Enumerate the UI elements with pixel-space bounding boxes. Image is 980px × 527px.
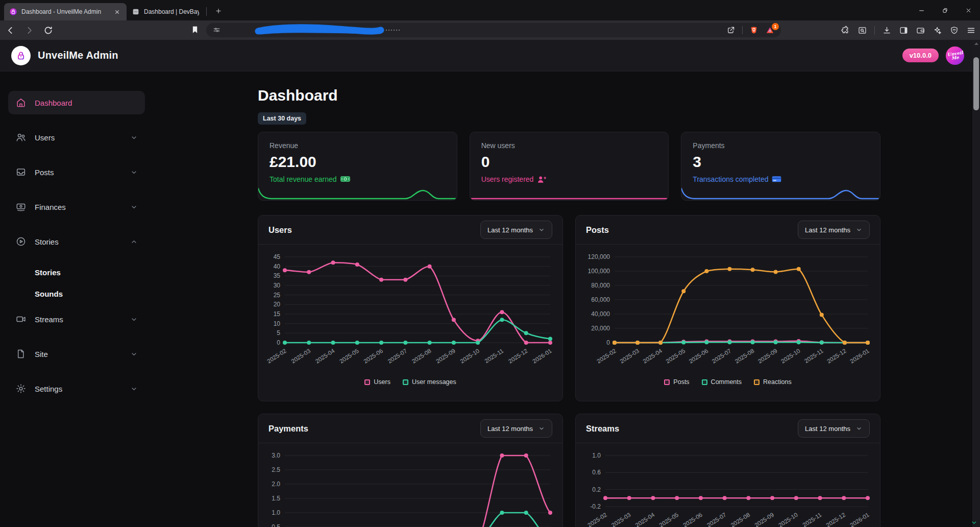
address-bar[interactable]: 1 <box>206 23 781 37</box>
svg-text:2025-10: 2025-10 <box>780 348 801 365</box>
unveilme-lock-favicon-icon <box>9 8 17 16</box>
svg-text:25: 25 <box>274 292 281 299</box>
date-range-badge: Last 30 days <box>258 112 306 125</box>
chart-card-posts: Posts Last 12 months 020,00040,00060,000… <box>575 215 880 401</box>
stat-caption: Transactions completed <box>693 175 869 183</box>
chart-canvas-payments: 0.00.51.01.52.02.53.02025-022025-032025-… <box>263 448 558 527</box>
period-select-label: Last 12 months <box>487 226 533 234</box>
avatar[interactable]: Unveil Me <box>946 46 964 65</box>
svg-text:3.0: 3.0 <box>272 452 280 459</box>
legend-item-posts[interactable]: Posts <box>664 378 689 386</box>
main-content: Dashboard Last 30 days Revenue £21.00 To… <box>258 71 880 527</box>
sidebar-item-users[interactable]: Users <box>8 126 145 149</box>
vpn-shield-icon[interactable] <box>949 26 959 35</box>
tab-close-icon[interactable] <box>112 7 121 16</box>
forward-button[interactable] <box>24 25 35 36</box>
chevron-down-icon <box>130 203 138 211</box>
wallet-icon[interactable] <box>916 26 925 35</box>
browser-tab-unveilme[interactable]: Dashboard - UnveilMe Admin <box>4 3 127 20</box>
stories-icon <box>15 236 27 247</box>
svg-text:2025-11: 2025-11 <box>801 512 822 527</box>
svg-text:2025-03: 2025-03 <box>610 512 632 527</box>
legend-item-users[interactable]: Users <box>364 378 390 386</box>
brave-shields-icon[interactable] <box>749 26 758 35</box>
share-icon[interactable] <box>726 26 736 35</box>
sidebar-item-stories[interactable]: Stories <box>8 230 145 253</box>
svg-text:2025-09: 2025-09 <box>757 348 778 365</box>
brave-rewards-icon[interactable]: 1 <box>765 26 775 35</box>
svg-text:2025-02: 2025-02 <box>266 348 287 365</box>
new-tab-button[interactable] <box>212 4 225 17</box>
window-close-button[interactable] <box>957 0 980 20</box>
search-tabs-icon[interactable] <box>857 26 867 35</box>
banknote-icon <box>340 176 350 183</box>
svg-text:20: 20 <box>274 301 281 308</box>
sidebar-subitem-sounds[interactable]: Sounds <box>8 286 145 301</box>
window-restore-button[interactable] <box>933 0 957 20</box>
scrollbar-up-arrow-icon[interactable] <box>974 42 978 45</box>
sidebar-item-dashboard[interactable]: Dashboard <box>8 91 145 114</box>
stat-label: New users <box>481 141 657 150</box>
sidebar-item-label: Users <box>35 133 55 142</box>
downloads-icon[interactable] <box>882 26 892 35</box>
stat-card-new-users: New users 0 Users registered <box>470 132 669 201</box>
svg-text:100,000: 100,000 <box>588 268 610 275</box>
svg-text:1.0: 1.0 <box>592 452 601 459</box>
sidebar-item-finances[interactable]: Finances <box>8 195 145 219</box>
menu-icon[interactable] <box>966 26 976 35</box>
period-select-streams[interactable]: Last 12 months <box>798 419 870 438</box>
extensions-icon[interactable] <box>841 26 850 35</box>
svg-text:2025-09: 2025-09 <box>753 512 775 527</box>
tab-title: Dashboard - UnveilMe Admin <box>21 8 108 15</box>
sidebar-item-label: Streams <box>35 315 63 324</box>
bookmark-icon[interactable] <box>190 25 200 35</box>
site-icon <box>15 348 27 360</box>
page-scrollbar[interactable] <box>972 40 980 527</box>
window-controls <box>910 0 980 20</box>
sidebar-item-settings[interactable]: Settings <box>8 377 145 400</box>
svg-text:-0.2: -0.2 <box>590 503 601 510</box>
svg-text:0: 0 <box>277 339 280 346</box>
leo-ai-icon[interactable] <box>933 26 942 35</box>
sidebar-item-posts[interactable]: Posts <box>8 160 145 184</box>
legend-item-reactions[interactable]: Reactions <box>754 378 792 386</box>
browser-tab-devbay[interactable]: Dashboard | DevBay <box>127 3 204 20</box>
stat-caption-text: Users registered <box>481 175 534 183</box>
corner-scroll-down-icon[interactable] <box>971 519 977 526</box>
stat-caption-text: Total revenue earned <box>270 175 337 183</box>
reload-button[interactable] <box>43 25 54 36</box>
legend-swatch-icon <box>702 379 707 385</box>
svg-text:40,000: 40,000 <box>591 310 610 318</box>
legend-swatch-icon <box>364 379 370 385</box>
stat-value: £21.00 <box>270 153 446 171</box>
period-select-label: Last 12 months <box>805 425 850 433</box>
period-select-payments[interactable]: Last 12 months <box>480 419 552 438</box>
period-select-label: Last 12 months <box>487 425 533 433</box>
back-button[interactable] <box>5 25 16 36</box>
svg-text:2025-03: 2025-03 <box>619 348 640 365</box>
legend-swatch-icon <box>754 379 760 385</box>
sidebar-subitem-stories[interactable]: Stories <box>8 265 145 280</box>
window-minimize-button[interactable] <box>910 0 933 20</box>
stat-sparkline <box>470 188 669 200</box>
legend-item-user-messages[interactable]: User messages <box>403 378 456 386</box>
sidebar-item-streams[interactable]: Streams <box>8 307 145 331</box>
chevron-down-icon <box>130 134 138 141</box>
svg-text:80,000: 80,000 <box>591 282 610 289</box>
site-controls-icon[interactable] <box>212 26 221 34</box>
scrollbar-thumb[interactable] <box>973 57 979 110</box>
sidebar-panel-icon[interactable] <box>899 26 909 35</box>
posts-icon <box>15 166 27 178</box>
sidebar-item-label: Stories <box>35 237 59 246</box>
stat-label: Payments <box>693 141 869 150</box>
settings-icon <box>15 383 27 394</box>
period-select-users[interactable]: Last 12 months <box>480 221 552 239</box>
chart-title-users: Users <box>268 225 292 235</box>
svg-text:10: 10 <box>274 320 281 327</box>
svg-text:2025-06: 2025-06 <box>682 512 703 527</box>
legend-item-comments[interactable]: Comments <box>702 378 742 386</box>
period-select-posts[interactable]: Last 12 months <box>798 221 870 239</box>
sidebar-item-site[interactable]: Site <box>8 342 145 366</box>
app-header: UnveilMe Admin v10.0.0 Unveil Me <box>0 40 972 71</box>
stat-cards-row: Revenue £21.00 Total revenue earned New … <box>258 132 880 201</box>
